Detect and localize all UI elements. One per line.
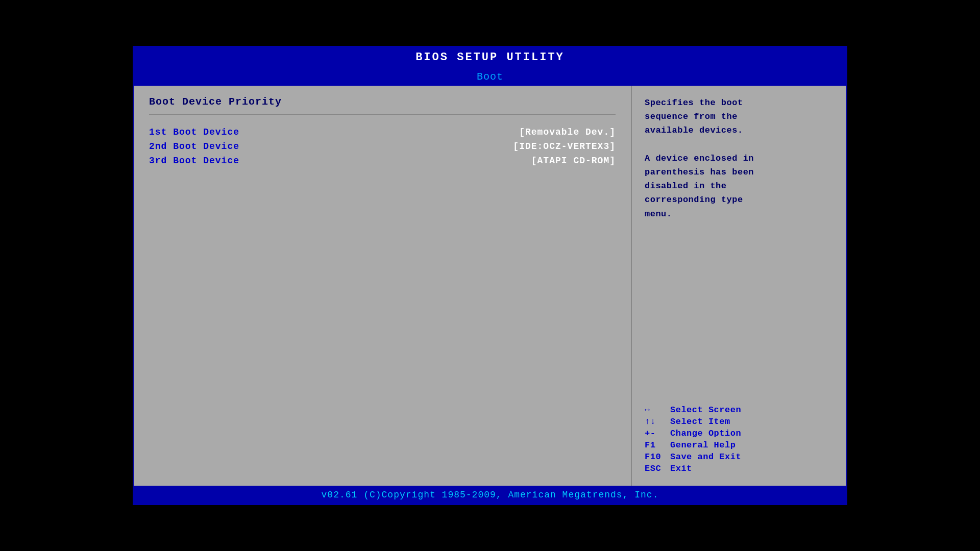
bios-title: BIOS SETUP UTILITY [134,47,846,68]
key-desc-select-item: Select Item [670,417,730,427]
key-sym-ud: ↑↓ [645,417,670,427]
bios-window: BIOS SETUP UTILITY Boot Boot Device Prio… [133,46,847,505]
key-sym-pm: +- [645,429,670,438]
panel-heading: Boot Device Priority [149,96,616,108]
description-text: Specifies the boot sequence from the ava… [645,96,834,221]
footer-bar: v02.61 (C)Copyright 1985-2009, American … [134,486,846,504]
key-sym-arrows: ↔ [645,405,670,415]
divider [149,114,616,115]
boot-device-3[interactable]: 3rd Boot Device [ATAPI CD-ROM] [149,154,616,168]
key-f1: F1 General Help [645,440,834,450]
key-desc-change-option: Change Option [670,429,741,438]
spacer [645,231,834,403]
key-select-item: ↑↓ Select Item [645,417,834,427]
boot-device-2-value: [IDE:OCZ-VERTEX3] [513,141,616,152]
key-sym-f1: F1 [645,440,670,450]
key-desc-f1: General Help [670,440,736,450]
key-legend: ↔ Select Screen ↑↓ Select Item +- Change… [645,403,834,475]
boot-device-2-label: 2nd Boot Device [149,141,239,152]
left-panel: Boot Device Priority 1st Boot Device [Re… [134,86,632,486]
right-panel: Specifies the boot sequence from the ava… [632,86,846,486]
key-sym-f10: F10 [645,452,670,462]
section-title: Boot [134,68,846,86]
key-esc: ESC Exit [645,464,834,473]
key-select-screen: ↔ Select Screen [645,405,834,415]
boot-device-2[interactable]: 2nd Boot Device [IDE:OCZ-VERTEX3] [149,139,616,154]
boot-device-1-label: 1st Boot Device [149,127,239,137]
key-desc-esc: Exit [670,464,692,473]
key-f10: F10 Save and Exit [645,452,834,462]
key-desc-select-screen: Select Screen [670,405,741,415]
boot-device-3-label: 3rd Boot Device [149,156,239,166]
main-content: Boot Device Priority 1st Boot Device [Re… [134,86,846,486]
key-desc-f10: Save and Exit [670,452,741,462]
boot-device-3-value: [ATAPI CD-ROM] [531,156,616,166]
boot-device-1[interactable]: 1st Boot Device [Removable Dev.] [149,125,616,139]
key-sym-esc: ESC [645,464,670,473]
key-change-option: +- Change Option [645,429,834,438]
boot-device-1-value: [Removable Dev.] [519,127,616,137]
